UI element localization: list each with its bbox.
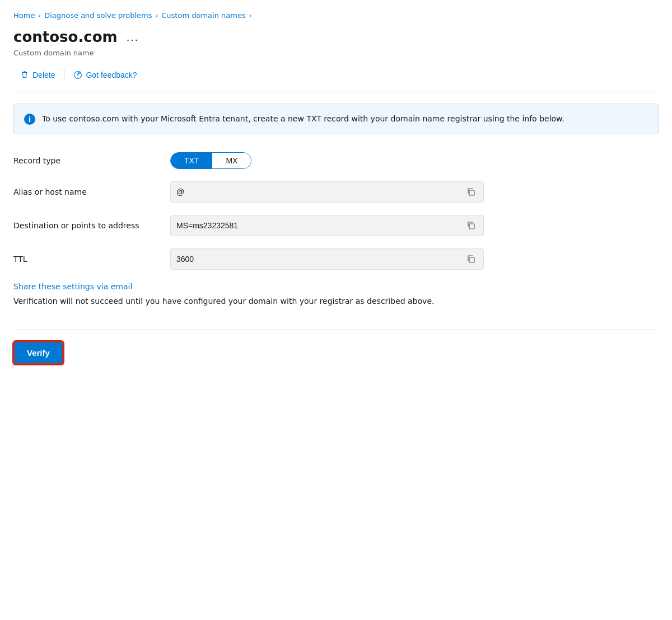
breadcrumb-home[interactable]: Home xyxy=(13,11,35,20)
copy-icon-2 xyxy=(466,221,475,230)
page-subtitle: Custom domain name xyxy=(13,49,659,57)
svg-rect-2 xyxy=(469,224,474,229)
alias-label: Alias or host name xyxy=(13,187,159,196)
feedback-icon xyxy=(73,71,82,79)
ttl-copy-button[interactable] xyxy=(464,253,478,265)
breadcrumb-sep-3: › xyxy=(249,12,252,20)
destination-copy-button[interactable] xyxy=(464,220,478,231)
trash-icon xyxy=(20,71,29,79)
share-email-link[interactable]: Share these settings via email xyxy=(13,282,659,291)
copy-icon xyxy=(466,187,475,196)
verify-button[interactable]: Verify xyxy=(13,341,63,364)
alias-row: Alias or host name xyxy=(13,181,659,203)
record-type-toggle: TXT MX xyxy=(170,152,484,169)
toggle-txt[interactable]: TXT xyxy=(171,153,212,168)
breadcrumb-sep-1: › xyxy=(38,12,41,20)
record-type-row: Record type TXT MX xyxy=(13,152,659,169)
destination-input[interactable] xyxy=(176,221,464,230)
breadcrumb-diagnose[interactable]: Diagnose and solve problems xyxy=(44,11,152,20)
svg-rect-1 xyxy=(469,190,474,195)
feedback-button[interactable]: Got feedback? xyxy=(67,67,143,83)
alias-field-wrapper xyxy=(170,181,484,203)
info-text: To use contoso.com with your Microsoft E… xyxy=(42,113,564,125)
toggle-mx[interactable]: MX xyxy=(212,153,251,168)
page-title: contoso.com xyxy=(13,29,118,45)
breadcrumb-custom-domains[interactable]: Custom domain names xyxy=(161,11,245,20)
info-icon: i xyxy=(24,114,35,125)
delete-button[interactable]: Delete xyxy=(13,67,62,83)
svg-rect-3 xyxy=(469,257,474,262)
page-title-area: contoso.com ... xyxy=(13,29,659,45)
breadcrumb: Home › Diagnose and solve problems › Cus… xyxy=(13,11,659,20)
ellipsis-button[interactable]: ... xyxy=(123,30,143,45)
delete-label: Delete xyxy=(32,71,55,79)
breadcrumb-sep-2: › xyxy=(155,12,158,20)
record-type-label: Record type xyxy=(13,156,159,165)
alias-input[interactable] xyxy=(176,187,464,196)
copy-icon-3 xyxy=(466,255,475,264)
destination-label: Destination or points to address xyxy=(13,221,159,230)
feedback-label: Got feedback? xyxy=(86,71,137,79)
verify-note: Verification will not succeed until you … xyxy=(13,295,659,307)
info-banner: i To use contoso.com with your Microsoft… xyxy=(13,104,659,134)
destination-field-wrapper xyxy=(170,215,484,236)
destination-row: Destination or points to address xyxy=(13,215,659,236)
ttl-field-wrapper xyxy=(170,248,484,270)
ttl-input[interactable] xyxy=(176,255,464,264)
toolbar: Delete Got feedback? xyxy=(13,67,659,92)
ttl-row: TTL xyxy=(13,248,659,270)
ttl-label: TTL xyxy=(13,255,159,264)
bottom-section: Verify xyxy=(13,330,659,364)
alias-copy-button[interactable] xyxy=(464,186,478,198)
toolbar-divider xyxy=(64,69,64,81)
